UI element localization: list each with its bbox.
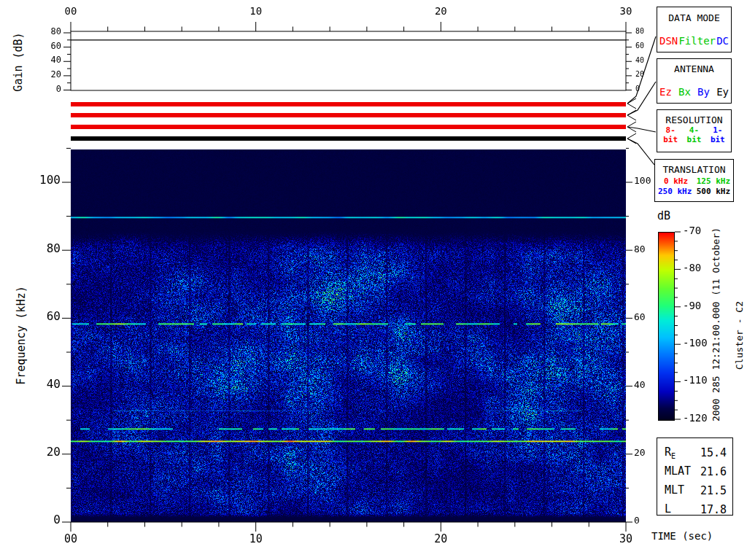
- antenna-option-ey: Ey: [716, 86, 729, 98]
- translation-panel: TRANSLATION 0 kHz 125 kHz 250 kHz 500 kH…: [654, 159, 734, 202]
- top-axis-tick-label: 00: [45, 6, 96, 17]
- freq-ytick-label-left: 20: [28, 446, 61, 459]
- freq-ytick-label-right: 60: [634, 312, 646, 322]
- frequency-axis-title: Frequency (kHz): [15, 286, 28, 384]
- colorbar-tick-label: -100: [683, 338, 708, 349]
- antenna-status-bar: [71, 113, 626, 117]
- gain-ytick-label-left: 40: [29, 55, 61, 65]
- colorbar-tick-label: -120: [683, 413, 708, 424]
- freq-ytick-label-right: 80: [634, 244, 646, 254]
- gain-ytick-label-left: 60: [29, 42, 61, 51]
- wbd-plot-window: Gain (dB) Frequency (kHz) DATA MODE DSN …: [0, 0, 747, 560]
- translation-title: TRANSLATION: [655, 160, 733, 175]
- translation-option-0khz: 0 kHz: [664, 176, 688, 187]
- freq-ytick-label-right: 100: [634, 176, 651, 186]
- data-mode-option-dsn: DSN: [659, 35, 678, 47]
- bottom-axis-tick-label: 00: [45, 534, 96, 545]
- translation-option-125khz: 125 kHz: [697, 176, 730, 187]
- colorbar-tick-label: -70: [683, 225, 701, 236]
- resolution-option-1bit: 1-bit: [706, 125, 729, 144]
- ephemeris-row-re: RE 15.4: [657, 443, 732, 462]
- translation-option-250khz: 250 kHz: [658, 187, 692, 197]
- ephemeris-label-mlt: MLT: [665, 483, 684, 498]
- gain-ytick-label-right: 40: [635, 57, 644, 65]
- bottom-axis-tick-label: 30: [600, 534, 651, 545]
- resolution-title: RESOLUTION: [657, 110, 731, 125]
- ephemeris-label-mlat: MLAT: [665, 464, 691, 479]
- gain-ytick-label-left: 0: [29, 85, 61, 94]
- freq-ytick-label-left: 60: [28, 311, 61, 323]
- gain-ytick-label-left: 20: [29, 70, 61, 79]
- freq-ytick-label-left: 0: [28, 514, 61, 526]
- data-mode-panel: DATA MODE DSN Filter DC: [657, 7, 732, 52]
- antenna-panel: ANTENNA Ez Bx By Ey: [657, 58, 732, 104]
- datetime-annotation: 2000 285 12:21:00.000 (11 October): [711, 228, 721, 421]
- data-mode-option-dc: DC: [716, 35, 729, 47]
- freq-ytick-label-right: 0: [634, 516, 640, 526]
- ephemeris-value-mlt: 21.5: [700, 484, 727, 497]
- data-mode-title: DATA MODE: [657, 7, 731, 23]
- translation-status-bar: [71, 136, 626, 141]
- ephemeris-value-l: 17.8: [700, 503, 727, 516]
- colorbar-tick-label: -90: [683, 300, 701, 311]
- ephemeris-value-re: 15.4: [700, 446, 727, 459]
- translation-option-500khz: 500 kHz: [697, 187, 730, 197]
- ephemeris-row-mlt: MLT 21.5: [657, 481, 732, 500]
- bottom-axis-tick-label: 20: [415, 534, 466, 545]
- antenna-title: ANTENNA: [657, 59, 731, 74]
- resolution-panel: RESOLUTION 8-bit 4-bit 1-bit: [657, 109, 732, 152]
- colorbar-canvas: [658, 232, 675, 421]
- colorbar-tick-label: -110: [683, 375, 708, 386]
- time-axis-title: TIME (sec): [651, 530, 713, 542]
- spacecraft-annotation: Cluster - C2: [734, 301, 745, 370]
- ephemeris-label-re: RE: [665, 446, 676, 460]
- resolution-option-4bit: 4-bit: [682, 125, 705, 144]
- gain-ytick-label-right: 0: [635, 85, 640, 93]
- gain-ytick-label-right: 60: [635, 42, 644, 50]
- top-axis-tick-label: 30: [600, 6, 651, 17]
- freq-ytick-label-left: 100: [28, 174, 61, 187]
- ephemeris-row-mlat: MLAT 21.6: [657, 462, 732, 481]
- data-mode-option-filter: Filter: [678, 35, 716, 47]
- freq-ytick-label-right: 40: [634, 380, 646, 390]
- gain-ytick-label-right: 80: [635, 28, 644, 36]
- ephemeris-label-l: L: [665, 502, 671, 517]
- colorbar-tick-label: -80: [683, 262, 701, 273]
- data-mode-status-bar: [71, 102, 626, 106]
- ephemeris-value-mlat: 21.6: [700, 465, 727, 478]
- bottom-axis-tick-label: 10: [231, 534, 282, 545]
- gain-axis-title: Gain (dB): [12, 32, 25, 91]
- top-axis-tick-label: 20: [415, 6, 466, 17]
- ephemeris-row-l: L 17.8: [657, 500, 732, 519]
- freq-ytick-label-right: 20: [634, 448, 646, 458]
- top-axis-tick-label: 10: [231, 6, 282, 17]
- gain-ytick-label-left: 80: [29, 27, 61, 36]
- colorbar-units-label: dB: [657, 209, 670, 222]
- antenna-option-bx: Bx: [678, 86, 691, 98]
- ephemeris-panel: RE 15.4 MLAT 21.6 MLT 21.5 L 17.8: [657, 438, 733, 516]
- freq-ytick-label-left: 40: [28, 378, 61, 391]
- resolution-status-bar: [71, 125, 626, 129]
- antenna-option-by: By: [697, 86, 710, 98]
- freq-ytick-label-left: 80: [28, 243, 61, 255]
- gain-ytick-label-right: 20: [635, 71, 644, 79]
- spectrogram-canvas: [71, 149, 626, 522]
- antenna-option-ez: Ez: [659, 86, 672, 98]
- resolution-option-8bit: 8-bit: [659, 125, 682, 144]
